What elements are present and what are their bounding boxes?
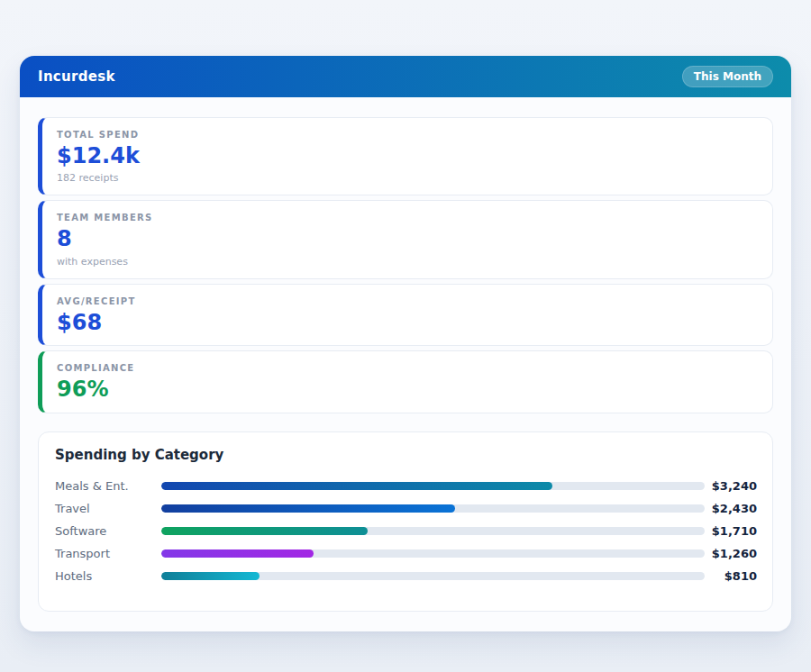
category-label: Meals & Ent. [55,479,161,493]
category-value: $2,430 [705,502,757,515]
category-label: Travel [55,502,161,515]
category-bar-track [161,572,705,580]
category-row: Meals & Ent. $3,240 [55,475,757,497]
category-bar-fill [161,549,314,558]
category-value: $1,710 [705,524,757,538]
stat-subtext: with expenses [57,256,758,268]
period-badge[interactable]: This Month [682,66,773,87]
category-row: Travel $2,430 [55,497,757,520]
stat-card-total-spend: TOTAL SPEND $12.4k 182 receipts [38,117,773,195]
stat-value: 8 [57,227,758,250]
stat-subtext: 182 receipts [57,172,758,184]
stat-value: $68 [57,311,758,334]
category-bar-track [161,482,705,490]
stats-section: TOTAL SPEND $12.4k 182 receipts TEAM MEM… [38,117,773,413]
category-label: Software [55,524,161,538]
stat-card-team-members: TEAM MEMBERS 8 with expenses [38,200,773,278]
category-value: $3,240 [705,479,757,493]
chart-title: Spending by Category [55,447,757,463]
spending-by-category-card: Spending by Category Meals & Ent. $3,240… [38,431,773,612]
category-bar-track [161,504,705,513]
category-bar-track [161,527,705,535]
category-row: Software $1,710 [55,520,757,542]
stat-label: TOTAL SPEND [57,130,758,140]
stat-label: AVG/RECEIPT [57,296,758,306]
chart-rows: Meals & Ent. $3,240 Travel $2,430 Softwa… [55,475,757,587]
category-label: Hotels [55,569,161,583]
page-background: Incurdesk This Month TOTAL SPEND $12.4k … [0,0,811,631]
category-row: Hotels $810 [55,565,757,587]
category-row: Transport $1,260 [55,542,757,565]
stat-card-avg-receipt: AVG/RECEIPT $68 [38,284,773,346]
app-header: Incurdesk This Month [20,56,791,97]
category-bar-fill [161,482,552,490]
category-bar-track [161,549,705,558]
category-bar-fill [161,527,368,535]
app-title: Incurdesk [38,68,115,85]
stat-label: TEAM MEMBERS [57,213,758,222]
stat-card-compliance: COMPLIANCE 96% [38,350,773,413]
category-value: $810 [705,569,757,583]
stat-label: COMPLIANCE [57,363,758,373]
dashboard-card: Incurdesk This Month TOTAL SPEND $12.4k … [20,56,791,631]
app-body: TOTAL SPEND $12.4k 182 receipts TEAM MEM… [20,97,791,631]
category-bar-fill [161,504,455,513]
stat-value: 96% [57,377,758,401]
category-value: $1,260 [705,547,757,560]
stat-value: $12.4k [57,144,758,168]
category-label: Transport [55,547,161,560]
category-bar-fill [161,572,260,580]
